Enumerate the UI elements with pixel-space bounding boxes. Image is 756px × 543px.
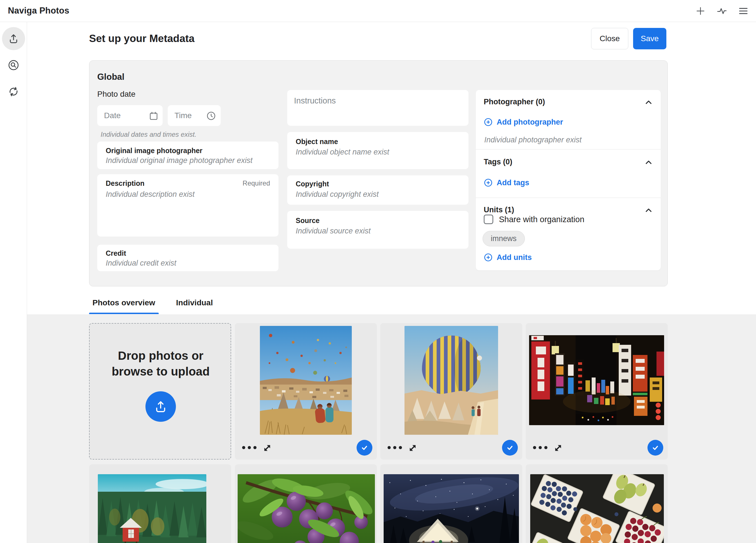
required-badge: Required [243, 179, 270, 187]
photo-thumbnail-red-cabin-lake[interactable] [98, 474, 206, 543]
add-units-label: Add units [497, 253, 532, 262]
field-label: Source [296, 217, 320, 225]
photo-thumbnail-tokyo-neon-street[interactable] [529, 335, 664, 425]
add-tags-label: Add tags [497, 178, 529, 187]
global-metadata-panel: Global Photo date Individual dates and t… [89, 60, 668, 286]
close-button[interactable]: Close [591, 28, 628, 49]
tab-photos-overview[interactable]: Photos overview [89, 293, 159, 314]
add-units-button[interactable]: Add units [484, 253, 532, 262]
more-options-icon[interactable] [242, 446, 257, 449]
field-label: Copyright [296, 180, 329, 188]
tab-bar: Photos overview Individual [89, 293, 216, 314]
photo-card [235, 323, 377, 460]
photo-card [380, 464, 522, 543]
topbar-actions [694, 0, 750, 22]
description-field[interactable]: Description Required Individual descript… [97, 174, 278, 237]
section-title: Photographer (0) [484, 98, 545, 106]
field-placeholder: Individual original image photographer e… [106, 156, 253, 165]
expand-icon[interactable] [262, 443, 273, 453]
upload-icon[interactable] [2, 27, 25, 50]
credit-field[interactable]: Credit Individual credit exist [97, 245, 278, 271]
add-photographer-button[interactable]: Add photographer [484, 118, 563, 127]
photo-card [526, 323, 668, 460]
photo-card [89, 464, 231, 543]
date-helper-text: Individual dates and times exist. [101, 131, 196, 138]
activity-icon[interactable] [715, 5, 728, 17]
selected-check-icon[interactable] [502, 440, 518, 456]
field-placeholder: Individual credit exist [106, 259, 176, 268]
metadata-accordion: Photographer (0) Add photographer Indivi… [476, 90, 661, 270]
save-button[interactable]: Save [633, 28, 666, 49]
selected-check-icon[interactable] [357, 440, 372, 456]
chevron-up-icon[interactable] [644, 98, 653, 107]
instructions-input[interactable] [287, 90, 468, 126]
upload-dropzone[interactable]: Drop photos or browse to upload [89, 323, 231, 460]
selected-check-icon[interactable] [647, 440, 663, 456]
photo-card [380, 323, 522, 460]
tab-label: Individual [176, 298, 213, 307]
time-input[interactable] [168, 105, 221, 126]
field-label: Original image photographer [106, 147, 202, 155]
chevron-up-icon[interactable] [644, 206, 653, 215]
field-placeholder: Individual description exist [106, 190, 194, 199]
upload-icon[interactable] [145, 391, 176, 422]
photographer-section: Photographer (0) Add photographer Indivi… [476, 90, 661, 149]
photo-thumbnail-cappadocia-balloons-vista[interactable] [260, 326, 352, 435]
expand-icon[interactable] [553, 443, 563, 453]
add-tags-button[interactable]: Add tags [484, 178, 529, 187]
share-with-organization-checkbox[interactable] [484, 215, 493, 224]
field-label: Object name [296, 138, 338, 146]
sidebar [0, 22, 27, 543]
photo-card [235, 464, 377, 543]
photo-grid-section: Drop photos or browse to upload [27, 314, 756, 543]
photo-thumbnail-fruit-boxes[interactable] [530, 474, 664, 543]
unit-chip-imnews[interactable]: imnews [483, 231, 525, 246]
photo-date-label: Photo date [97, 90, 135, 99]
chevron-up-icon[interactable] [644, 158, 653, 167]
expand-icon[interactable] [407, 443, 418, 453]
original-photographer-field[interactable]: Original image photographer Individual o… [97, 142, 278, 169]
dropzone-label: Drop photos or browse to upload [101, 348, 220, 379]
photographer-helper: Individual photographer exist [484, 136, 582, 144]
units-section: Units (1) Share with organization imnews… [476, 198, 661, 270]
field-placeholder: Individual source exist [296, 227, 371, 235]
sync-icon[interactable] [2, 80, 25, 103]
plus-icon[interactable] [694, 5, 707, 17]
app-title: Naviga Photos [8, 6, 69, 16]
share-with-organization-label: Share with organization [499, 215, 584, 224]
section-title: Tags (0) [484, 158, 512, 166]
tab-individual[interactable]: Individual [173, 293, 216, 314]
top-bar: Naviga Photos [0, 0, 756, 22]
tags-section: Tags (0) Add tags [476, 149, 661, 198]
page-title: Set up your Metadata [89, 33, 194, 45]
panel-title: Global [97, 72, 124, 82]
field-placeholder: Individual object name exist [296, 148, 389, 156]
photo-thumbnail-plums-on-branch[interactable] [238, 474, 375, 543]
date-input[interactable] [97, 105, 163, 126]
photo-card [526, 464, 668, 543]
field-label: Credit [106, 249, 126, 257]
photo-thumbnail-night-camp-stars[interactable] [384, 474, 519, 543]
photo-thumbnail-hot-air-balloon-walkers[interactable] [404, 326, 498, 435]
search-icon[interactable] [2, 54, 25, 77]
add-photographer-label: Add photographer [497, 118, 563, 127]
field-label: Description [106, 179, 145, 187]
field-placeholder: Individual copyright exist [296, 190, 379, 199]
menu-icon[interactable] [737, 5, 750, 17]
more-options-icon[interactable] [388, 446, 402, 449]
section-title: Units (1) [484, 206, 514, 214]
tab-label: Photos overview [92, 298, 155, 307]
more-options-icon[interactable] [533, 446, 547, 449]
object-name-field[interactable]: Object name Individual object name exist [287, 132, 468, 169]
copyright-field[interactable]: Copyright Individual copyright exist [287, 175, 468, 205]
source-field[interactable]: Source Individual source exist [287, 211, 468, 249]
